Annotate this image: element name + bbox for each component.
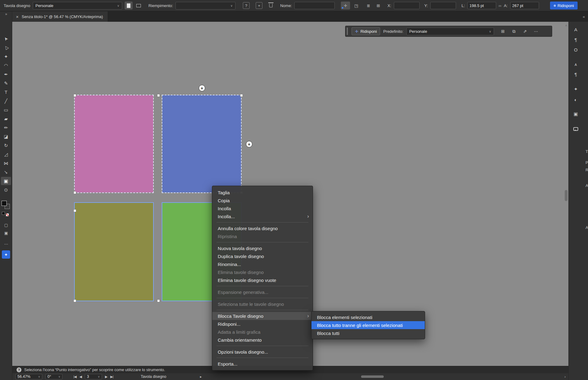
menu-item-incolla[interactable]: Incolla — [212, 204, 313, 212]
export-button[interactable]: ⇗ — [521, 28, 529, 35]
scroll-left-icon[interactable]: ▸ — [200, 375, 202, 379]
menu-item-taglia[interactable]: Taglia — [212, 188, 313, 196]
character-panel-icon[interactable]: A — [571, 25, 580, 33]
scale-tool[interactable]: ◿ — [1, 150, 11, 158]
width-tool[interactable]: ⋈ — [1, 159, 11, 167]
rearrange-quick-button[interactable]: ✛ Ridisponi — [352, 27, 380, 35]
artboard-04[interactable] — [75, 203, 153, 301]
artboard-number-input[interactable]: 3 ∨ — [85, 374, 102, 379]
character-styles-panel-icon[interactable]: ᴀ — [571, 60, 580, 68]
eraser-tool[interactable]: ◪ — [1, 132, 11, 141]
color-fill-mini-swatch[interactable] — [2, 212, 5, 215]
submenu-item-blocca-tranne-selezionati[interactable]: Blocca tutto tranne gli elementi selezio… — [311, 321, 425, 329]
selection-handle[interactable] — [157, 94, 160, 97]
x-input[interactable] — [394, 2, 420, 9]
artboard-name-input[interactable] — [294, 2, 335, 9]
y-input[interactable] — [430, 2, 456, 9]
help-button[interactable]: ? — [243, 2, 250, 9]
draw-mode-normal-button[interactable]: ▢ — [2, 222, 10, 228]
save-preset-button[interactable]: ⧉ — [510, 28, 518, 35]
menu-item-rinomina[interactable]: Rinomina... — [212, 260, 313, 268]
close-tab-icon[interactable]: × — [16, 14, 19, 19]
collapse-dock-icon[interactable]: « — [583, 14, 585, 19]
quick-preset-select[interactable]: Personale ∨ — [406, 28, 494, 35]
scroll-up-icon[interactable]: ˄ — [565, 24, 567, 27]
selection-handle[interactable] — [74, 191, 76, 194]
previous-artboard-button[interactable]: ◀ — [79, 375, 81, 379]
menu-item-opzioni-tavola[interactable]: Opzioni tavola disegno... — [212, 348, 313, 356]
line-segment-tool[interactable]: ╱ — [1, 97, 11, 105]
more-options-button[interactable]: ⋯ — [532, 28, 540, 35]
direct-selection-tool[interactable]: ▷ — [1, 44, 11, 52]
menu-item-esporta[interactable]: Esporta... — [212, 360, 313, 368]
selection-tool[interactable]: ➤ — [1, 35, 11, 43]
generative-tools-button[interactable]: ✦ — [2, 250, 10, 259]
selection-handle[interactable] — [74, 209, 76, 212]
height-input[interactable] — [510, 2, 539, 9]
next-artboard-button[interactable]: ▶ — [105, 375, 107, 379]
scroll-right-icon[interactable]: › — [564, 375, 565, 378]
collapse-tools-icon[interactable]: » — [0, 12, 12, 16]
rotate-tool[interactable]: ↻ — [1, 141, 11, 150]
width-input[interactable] — [467, 2, 496, 9]
selection-handle[interactable] — [240, 94, 243, 97]
preset-select[interactable]: Personale ∨ — [33, 2, 122, 10]
menu-item-incolla-speciale[interactable]: Incolla...› — [212, 212, 313, 220]
comments-panel-icon[interactable] — [571, 125, 580, 133]
lasso-tool[interactable]: ◠ — [1, 61, 11, 70]
menu-item-elimina-tavole-vuote[interactable]: Elimina tavole disegno vuote — [212, 276, 313, 284]
edit-toolbar-button[interactable]: ⋯ — [2, 241, 10, 247]
magic-wand-tool[interactable]: ✦ — [1, 52, 11, 61]
artboard-02[interactable] — [75, 95, 153, 192]
selection-handle[interactable] — [74, 94, 76, 97]
menu-item-blocca-tavole[interactable]: Blocca Tavole disegno› — [212, 312, 313, 320]
new-preset-button[interactable]: ⊞ — [499, 28, 507, 35]
rotation-select[interactable]: 0° ∨ — [45, 374, 62, 379]
landscape-orientation-button[interactable] — [135, 2, 142, 9]
delete-artboard-button[interactable] — [267, 2, 275, 9]
artboard-options-button[interactable]: ≣ — [365, 2, 372, 9]
menu-item-cambia-orientamento[interactable]: Cambia orientamento — [212, 336, 313, 344]
menu-item-ridisponi[interactable]: Ridisponi... — [212, 320, 313, 328]
rectangle-tool[interactable]: ▭ — [1, 106, 11, 114]
zoom-tool[interactable]: ⊙ — [1, 186, 11, 194]
menu-item-duplica-tavole[interactable]: Duplica tavole disegno — [212, 252, 313, 260]
menu-item-annulla-colore-tavola[interactable]: Annulla colore tavola disegno — [212, 224, 313, 232]
appearance-panel-icon[interactable]: ✦ — [571, 85, 580, 93]
horizontal-scrollbar[interactable] — [361, 375, 384, 378]
opentype-panel-icon[interactable]: O — [571, 46, 580, 54]
selection-handle[interactable] — [157, 299, 160, 302]
draw-mode-behind-button[interactable]: ▣ — [2, 230, 10, 236]
type-tool[interactable]: T — [1, 88, 11, 96]
paragraph-styles-panel-icon[interactable]: ¶ — [571, 70, 580, 78]
artboard-01[interactable] — [162, 95, 241, 192]
menu-item-nuova-tavola[interactable]: Nuova tavola disegno — [212, 244, 313, 252]
artboard-tool[interactable]: ▣ — [1, 177, 11, 185]
new-artboard-button[interactable]: + — [256, 2, 262, 9]
submenu-item-blocca-tutti[interactable]: Blocca tutti — [311, 329, 425, 337]
rearrange-button[interactable]: Ridisponi — [550, 2, 578, 10]
vertical-scrollbar[interactable] — [565, 190, 567, 201]
portrait-orientation-button[interactable] — [125, 2, 133, 10]
eyedropper-tool[interactable]: ⊸ — [1, 168, 11, 176]
paintbrush-tool[interactable]: ▰ — [1, 115, 11, 123]
fill-select[interactable]: ∨ — [175, 2, 236, 10]
last-artboard-button[interactable]: ▶| — [110, 375, 113, 379]
document-tab[interactable]: × Senza titolo-1* @ 56.47 % (CMYK/Antepr… — [12, 11, 108, 22]
move-artboard-button[interactable]: ✛ — [341, 2, 350, 10]
pen-tool[interactable]: ✒ — [1, 70, 11, 78]
fill-color-swatch[interactable] — [2, 201, 7, 206]
zoom-select[interactable]: 56.47% ∨ — [15, 374, 42, 379]
link-dimensions-icon[interactable]: ∞ — [499, 3, 501, 8]
curvature-tool[interactable]: ✎ — [1, 79, 11, 87]
menu-item-copia[interactable]: Copia — [212, 196, 313, 204]
graphic-styles-panel-icon[interactable]: ◐ — [571, 96, 580, 104]
pencil-tool[interactable]: ✏ — [1, 124, 11, 132]
none-mini-swatch[interactable] — [6, 213, 9, 216]
artboard-grid-button[interactable]: ⊞ — [375, 2, 382, 9]
first-artboard-button[interactable]: |◀ — [74, 375, 76, 379]
submenu-item-blocca-selezionati[interactable]: Blocca elementi selezionati — [311, 313, 425, 321]
horizontal-scrollbar-track[interactable] — [206, 375, 560, 378]
transform-reference-button[interactable]: ◳ — [352, 2, 360, 9]
artboards-panel-icon[interactable]: ▣ — [571, 110, 580, 118]
